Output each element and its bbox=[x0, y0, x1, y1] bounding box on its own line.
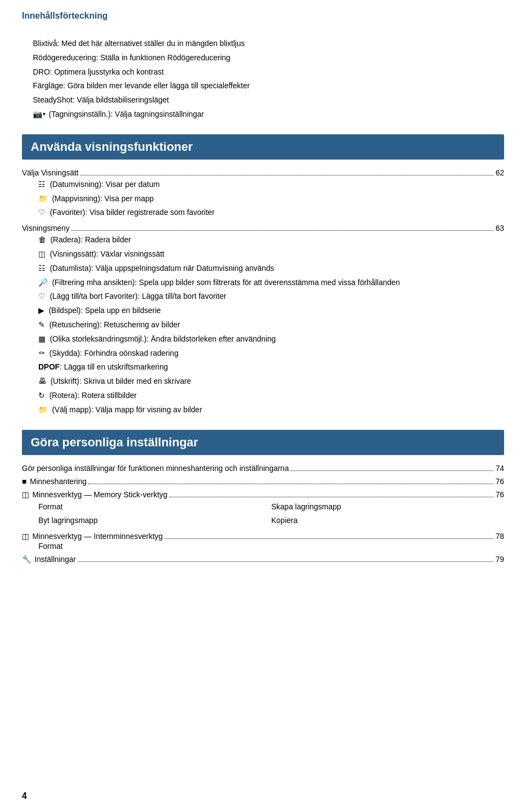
radera-icon: 🗑 bbox=[38, 234, 46, 247]
intro-item-6: 📷‣(Tagningsinställn.): Välja tagningsins… bbox=[33, 108, 504, 121]
installningar-page: 79 bbox=[495, 555, 504, 564]
bildspel-icon: ▶ bbox=[38, 304, 44, 317]
sub-lagg-till: ♡ (Lägg till/ta bort Favoriter): Lägga t… bbox=[38, 290, 504, 303]
visningsmeny-page: 63 bbox=[495, 224, 504, 232]
mappvisning-icon: 📁 bbox=[38, 192, 48, 206]
skydda-icon: ⚰ bbox=[38, 347, 45, 360]
sub-datumlista: ☷ (Datumlista): Välja uppspelningsdatum … bbox=[38, 262, 504, 275]
minneshantering-label: Minneshantering bbox=[30, 477, 87, 486]
dot-line-5 bbox=[169, 497, 494, 497]
tagning-icon: 📷‣ bbox=[33, 110, 47, 118]
sub-col-byt: Skapa lagringsmapp bbox=[271, 500, 504, 514]
sub-bildspel: ▶ (Bildspel): Spela upp en bildserie bbox=[38, 304, 504, 317]
sub-datumvisning: ☷ (Datumvisning): Visar per datum bbox=[38, 178, 504, 191]
dot-line-7 bbox=[78, 561, 494, 562]
minnesverktyg-intern-block: ◫ Minnesverktyg — Internminnesverktyg 78… bbox=[22, 532, 504, 550]
sub-col-format: Format bbox=[38, 500, 271, 514]
minnesverktyg-intern-label: Minnesverktyg — Internminnesverktyg bbox=[32, 532, 163, 541]
favoriter-icon: ♡ bbox=[38, 206, 45, 219]
minneshantering-block: ■ Minneshantering 76 bbox=[22, 477, 504, 486]
sub-storleksandring: ▦ (Olika storleksändringsmöjl.): Ändra b… bbox=[38, 333, 504, 346]
sub-rotera: ↻ (Rotera): Rotera stillbilder bbox=[38, 389, 504, 402]
sub-dpof: DPOF: Lägga till en utskriftsmarkering bbox=[38, 361, 504, 374]
filtrering-icon: 🔎 bbox=[38, 276, 48, 289]
valja-visningssatt-block: Välja Visningsätt 62 ☷ (Datumvisning): V… bbox=[22, 168, 504, 219]
valj-mapp-icon: 📁 bbox=[38, 404, 48, 417]
minnesverktyg-ms-subcols: Format Skapa lagringsmapp Byt lagringsma… bbox=[38, 500, 504, 527]
visningssatt-icon: ◫ bbox=[38, 248, 45, 261]
dot-line-2 bbox=[71, 230, 494, 231]
sub-col-kopiera: Kopiera bbox=[271, 514, 504, 527]
section1-header: Använda visningsfunktioner bbox=[22, 134, 504, 160]
visningsmeny-block: Visningsmeny 63 🗑 (Radera): Radera bilde… bbox=[22, 224, 504, 416]
visningsmeny-subitems: 🗑 (Radera): Radera bilder ◫ (Visningssät… bbox=[38, 234, 504, 416]
sub-skydda: ⚰ (Skydda): Förhindra oönskad radering bbox=[38, 347, 504, 360]
retuschering-icon: ✎ bbox=[38, 319, 45, 332]
minnesverktyg-ms-page: 76 bbox=[495, 490, 504, 499]
minnesverktyg-ms-icon: ◫ bbox=[22, 490, 29, 499]
valja-visningssatt-row: Välja Visningsätt 62 bbox=[22, 168, 504, 177]
intro-item-3: DRO: Optimera ljusstyrka och kontrast bbox=[33, 66, 504, 79]
lagg-till-icon: ♡ bbox=[38, 290, 45, 303]
dpof-label: DPOF bbox=[38, 362, 60, 371]
valja-visningssatt-subitems: ☷ (Datumvisning): Visar per datum 📁 (Map… bbox=[38, 178, 504, 219]
rotera-icon: ↻ bbox=[38, 389, 45, 402]
minneshantering-row: ■ Minneshantering 76 bbox=[22, 477, 504, 486]
datumvisning-icon: ☷ bbox=[38, 178, 45, 191]
visningsmeny-row: Visningsmeny 63 bbox=[22, 224, 504, 232]
sub-visningssatt: ◫ (Visningssätt): Växlar visningssätt bbox=[38, 248, 504, 261]
intro-item-4: Färgläge: Göra bilden mer levande eller … bbox=[33, 80, 504, 93]
section2-header: Göra personliga inställningar bbox=[22, 430, 504, 455]
sub-radera: 🗑 (Radera): Radera bilder bbox=[38, 234, 504, 247]
valja-visningssatt-label: Välja Visningsätt bbox=[22, 168, 78, 177]
minnesverktyg-intern-icon: ◫ bbox=[22, 532, 29, 541]
datumlista-icon: ☷ bbox=[38, 262, 45, 275]
dot-line-3 bbox=[290, 470, 494, 471]
sub-filtrering: 🔎 (Filtrering mha ansikten): Spela upp b… bbox=[38, 276, 504, 289]
intro-item-2: Rödögereducering: Ställa in funktionen R… bbox=[33, 52, 504, 65]
minneshantering-page: 76 bbox=[495, 477, 504, 486]
sub-utskrift: 🖶 (Utskrift): Skriva ut bilder med en sk… bbox=[38, 375, 504, 388]
installningar-label: Inställningar bbox=[35, 555, 76, 564]
sub-favoriter: ♡ (Favoriter): Visa bilder registrerade … bbox=[38, 206, 504, 219]
intern-format-label: Format bbox=[38, 542, 62, 550]
dot-line-1 bbox=[80, 175, 494, 175]
storleksandring-icon: ▦ bbox=[38, 333, 45, 346]
sub-mappvisning: 📁 (Mappvisning): Visa per mapp bbox=[38, 192, 504, 206]
visningsmeny-label: Visningsmeny bbox=[22, 224, 70, 232]
page-header: Innehållsförteckning bbox=[22, 11, 504, 21]
valja-visningssatt-page: 62 bbox=[495, 168, 504, 177]
minnesverktyg-ms-label: Minnesverktyg — Memory Stick-verktyg bbox=[32, 490, 168, 499]
intro-item-5: SteadyShot: Välja bildstabiliseringsläge… bbox=[33, 94, 504, 107]
minnesverktyg-intern-row: ◫ Minnesverktyg — Internminnesverktyg 78 bbox=[22, 532, 504, 541]
section2-intro-row: Gör personliga inställningar för funktio… bbox=[22, 464, 504, 473]
utskrift-icon: 🖶 bbox=[38, 375, 46, 388]
installningar-icon: 🔧 bbox=[22, 555, 31, 564]
section2-intro-label: Gör personliga inställningar för funktio… bbox=[22, 464, 289, 473]
dot-line-6 bbox=[164, 538, 494, 539]
minnesverktyg-ms-block: ◫ Minnesverktyg — Memory Stick-verktyg 7… bbox=[22, 490, 504, 527]
page-number: 4 bbox=[22, 791, 27, 801]
installningar-block: 🔧 Inställningar 79 bbox=[22, 555, 504, 564]
sub-col-skapa: Byt lagringsmapp bbox=[38, 514, 271, 527]
minneshantering-icon: ■ bbox=[22, 477, 26, 486]
sub-retuschering: ✎ (Retuschering): Retuschering av bilder bbox=[38, 319, 504, 332]
section2-intro-page: 74 bbox=[495, 464, 504, 473]
sub-valj-mapp: 📁 (Välj mapp): Välja mapp för visning av… bbox=[38, 404, 504, 417]
minnesverktyg-intern-sub: Format bbox=[38, 542, 504, 550]
minnesverktyg-ms-row: ◫ Minnesverktyg — Memory Stick-verktyg 7… bbox=[22, 490, 504, 499]
intro-item-1: Blixtivå: Med det här alternativet ställ… bbox=[33, 37, 504, 50]
minnesverktyg-intern-page: 78 bbox=[495, 532, 504, 541]
installningar-row: 🔧 Inställningar 79 bbox=[22, 555, 504, 564]
intro-list: Blixtivå: Med det här alternativet ställ… bbox=[33, 37, 504, 121]
dot-line-4 bbox=[88, 484, 494, 484]
